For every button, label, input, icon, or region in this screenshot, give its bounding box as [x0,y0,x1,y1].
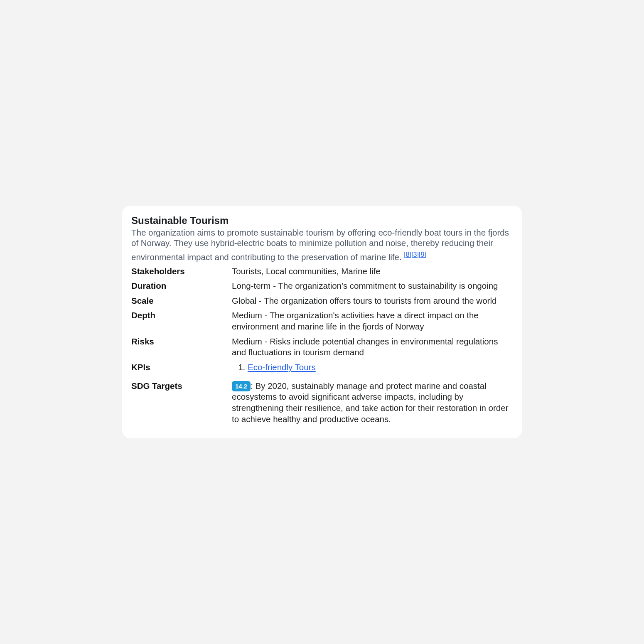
attr-label: Risks [131,336,232,347]
attr-row-risks: Risks Medium - Risks include potential c… [131,336,513,358]
attr-label: KPIs [131,362,232,373]
attr-label: Scale [131,295,232,307]
citation-group: [8][3][9] [404,249,426,258]
card-description: The organization aims to promote sustain… [131,227,513,263]
attr-value: Long-term - The organization's commitmen… [232,280,513,292]
attr-value: Eco-friendly Tours [232,362,513,373]
attr-value: Medium - The organization's activities h… [232,310,513,332]
attr-label: SDG Targets [131,381,232,392]
description-text: The organization aims to promote sustain… [131,228,509,262]
impact-card: Sustainable Tourism The organization aim… [122,206,522,438]
attr-row-duration: Duration Long-term - The organization's … [131,280,513,292]
attr-label: Duration [131,280,232,292]
citation-link[interactable]: [3] [411,251,419,258]
attribute-list: Stakeholders Tourists, Local communities… [131,266,513,425]
attr-value: Global - The organization offers tours t… [232,295,513,307]
attr-value: Tourists, Local communities, Marine life [232,266,513,277]
citation-link[interactable]: [8] [404,251,411,258]
kpi-list: Eco-friendly Tours [232,362,513,373]
attr-row-kpis: KPIs Eco-friendly Tours [131,362,513,373]
sdg-badge: 14.2 [232,381,251,391]
attr-row-depth: Depth Medium - The organization's activi… [131,310,513,332]
card-title: Sustainable Tourism [131,215,513,226]
attr-label: Stakeholders [131,266,232,277]
kpi-link[interactable]: Eco-friendly Tours [248,362,316,372]
attr-row-sdg-targets: SDG Targets 14.2: By 2020, sustainably m… [131,381,513,425]
attr-row-scale: Scale Global - The organization offers t… [131,295,513,307]
attr-row-stakeholders: Stakeholders Tourists, Local communities… [131,266,513,277]
kpi-item: Eco-friendly Tours [248,362,513,373]
attr-label: Depth [131,310,232,321]
citation-link[interactable]: [9] [419,251,426,258]
sdg-target-text: : By 2020, sustainably manage and protec… [232,381,508,424]
attr-value: Medium - Risks include potential changes… [232,336,513,358]
attr-value: 14.2: By 2020, sustainably manage and pr… [232,381,513,425]
